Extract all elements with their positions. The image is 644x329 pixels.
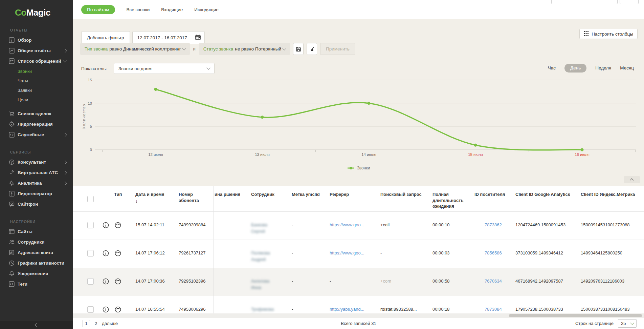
sidebar-subitem-applications[interactable]: Заявки [0, 85, 73, 95]
sidebar-item-employees[interactable]: Сотрудники [0, 237, 73, 247]
sidebar-item-deals-list[interactable]: Список сделок [0, 108, 73, 119]
table-row[interactable]: 15.07 14:02:11 74999209884 БанковаСергей… [73, 212, 644, 240]
svg-text:Количество: Количество [82, 104, 86, 129]
column-phone[interactable]: Номер абонента [179, 186, 214, 211]
add-filter-button[interactable]: Добавить фильтр [81, 31, 130, 44]
sidebar-item-address-book[interactable]: Адресная книга [0, 247, 73, 258]
sidebar-item-virtual-pbx[interactable]: Виртуальная АТС [0, 167, 73, 178]
comagic-logo[interactable]: CoMagic [0, 0, 73, 18]
reports-icon [9, 48, 15, 54]
scrollbar-thumb[interactable] [509, 314, 642, 317]
tab-all-calls[interactable]: Все звонки [127, 7, 150, 12]
column-reason-clipped[interactable]: ина ршения [214, 186, 251, 211]
row-checkbox[interactable] [87, 222, 94, 228]
filter-chip-call-type[interactable]: Тип звонка равно Динамический коллтрекин… [80, 43, 190, 55]
column-type[interactable]: Тип [103, 186, 135, 211]
cell-ymclid: - [292, 212, 330, 240]
filter-chip-call-status[interactable]: Статус звонка не равно Потерянный [199, 43, 290, 55]
column-search-query[interactable]: Поисковый запрос [380, 186, 432, 211]
sidebar-item-tags[interactable]: Теги [0, 279, 73, 289]
tab-outgoing[interactable]: Исходящие [194, 7, 219, 12]
sort-desc-icon[interactable]: ↓ [135, 198, 173, 204]
sidebar-item-sitephone[interactable]: Сайтфон [0, 199, 73, 209]
rows-per-page-select[interactable]: 25 [618, 319, 637, 328]
sidebar-item-label: Адресная книга [18, 250, 53, 255]
cell-wait-duration: 00:00:03 [432, 240, 474, 268]
column-datetime[interactable]: Дата и время↓ [135, 186, 179, 211]
sidebar-subitem-calls[interactable]: Звонки [0, 66, 73, 76]
column-visitor-id[interactable]: ID посетителя [474, 186, 515, 211]
call-info-icon[interactable] [103, 222, 109, 230]
horizontal-scrollbar[interactable] [73, 313, 644, 318]
cell-phone: 79261737127 [179, 240, 214, 268]
sidebar-item-notifications[interactable]: Уведомления [0, 268, 73, 279]
sidebar-item-leadgen[interactable]: Лидогенерация [0, 119, 73, 129]
table-row[interactable]: 14.07 17:06:12 79261737127 ПоляковаАндре… [73, 240, 644, 268]
cell-visitor-id-link[interactable]: 7873084 [485, 307, 502, 312]
search-button[interactable] [620, 0, 639, 4]
save-filter-button[interactable] [293, 43, 304, 55]
column-wait-duration[interactable]: Полная длительность ожидания [432, 186, 474, 211]
metric-select[interactable]: Звонки по дням [114, 63, 215, 74]
period-hour[interactable]: Час [548, 64, 556, 73]
cell-visitor-id-link[interactable]: 7856586 [485, 250, 502, 255]
column-referer[interactable]: Реферер [330, 186, 380, 211]
cell-referer-link[interactable]: https://www.goo... [330, 222, 364, 227]
call-info-icon[interactable] [103, 250, 109, 259]
table-row[interactable]: 14.07 16:55:54 74953006296 ТрофимоваОлег… [73, 296, 644, 313]
sidebar-item-overview[interactable]: Обзор [0, 35, 73, 45]
sidebar-item-sites[interactable]: Сайты [0, 226, 73, 237]
period-week[interactable]: Неделя [595, 64, 611, 73]
cell-phone: 79295102396 [179, 268, 214, 296]
cell-visitor-id-link[interactable]: 7670634 [485, 279, 502, 284]
configure-columns-button[interactable]: Настроить столбцы [579, 29, 638, 39]
call-info-icon[interactable] [103, 278, 109, 287]
cell-referer-link[interactable]: http://yabs.yand... [330, 307, 364, 312]
svg-text:0: 0 [90, 148, 92, 152]
table-header-row: Тип Дата и время↓ Номер абонента ина рше… [73, 186, 644, 212]
cell-referer-link[interactable]: https://www.goo... [330, 250, 364, 255]
cell-ymclid: - [292, 296, 330, 313]
sidebar-item-activity-schedules[interactable]: Графики активности [0, 258, 73, 268]
column-ymclid[interactable]: Метка ymclid [292, 186, 330, 211]
row-checkbox[interactable] [87, 250, 94, 256]
sidebar-item-label: Сотрудники [18, 240, 45, 245]
svg-text:15 июля: 15 июля [468, 152, 483, 157]
collapse-chart-button[interactable] [624, 176, 640, 183]
cell-visitor-id-link[interactable]: 7873862 [485, 222, 502, 227]
sidebar-item-service[interactable]: Служебные [0, 129, 73, 140]
period-month[interactable]: Месяц [620, 64, 634, 73]
tab-by-sites[interactable]: По сайтам [81, 5, 115, 14]
incoming-call-icon [115, 222, 121, 230]
sidebar-item-leadgenerator[interactable]: Лидогенератор [0, 188, 73, 199]
search-input[interactable] [551, 0, 618, 4]
bottom-bar: 1 2 дальше Всего записей 31 Строк на стр… [73, 318, 644, 329]
table-row-highlighted[interactable]: 14.07 17:00:36 79295102396 АнгеловаИнна … [73, 268, 644, 296]
sidebar-item-consultant[interactable]: Консультант [0, 157, 73, 167]
call-info-icon[interactable] [103, 306, 109, 313]
column-employee[interactable]: Сотрудник [251, 186, 292, 211]
sidebar-subitem-goals[interactable]: Цели [0, 95, 73, 104]
apply-button[interactable]: Применить [320, 43, 355, 55]
sidebar-collapse-button[interactable] [0, 321, 73, 329]
chat-question-icon [9, 159, 15, 165]
sidebar-subitem-chats[interactable]: Чаты [0, 76, 73, 85]
sidebar: CoMagic ОТЧЕТЫ Обзор Общие отчёты Список… [0, 0, 73, 329]
sidebar-item-general-reports[interactable]: Общие отчёты [0, 45, 73, 56]
column-ga-client-id[interactable]: Client ID Google Analytics [515, 186, 581, 211]
incoming-call-icon [115, 278, 121, 287]
row-checkbox[interactable] [87, 278, 94, 285]
select-all-checkbox[interactable] [87, 196, 94, 202]
cell-ymclid: - [292, 268, 330, 296]
column-ym-client-id[interactable]: Client ID Яндекс.Метрика [581, 186, 644, 211]
tab-incoming[interactable]: Входящие [161, 7, 183, 12]
date-range-picker[interactable]: 12.07.2017 - 16.07.2017 [132, 31, 205, 44]
row-checkbox[interactable] [87, 306, 94, 313]
chart-legend[interactable]: Звонки [73, 166, 644, 170]
sidebar-item-label: Обзор [18, 38, 32, 43]
sidebar-item-requests-list[interactable]: Список обращений [0, 56, 73, 66]
clear-filter-button[interactable] [307, 43, 317, 55]
columns-grid-icon [584, 31, 589, 37]
sidebar-item-analytics[interactable]: Аналитика [0, 178, 73, 188]
period-day[interactable]: День [564, 64, 586, 73]
